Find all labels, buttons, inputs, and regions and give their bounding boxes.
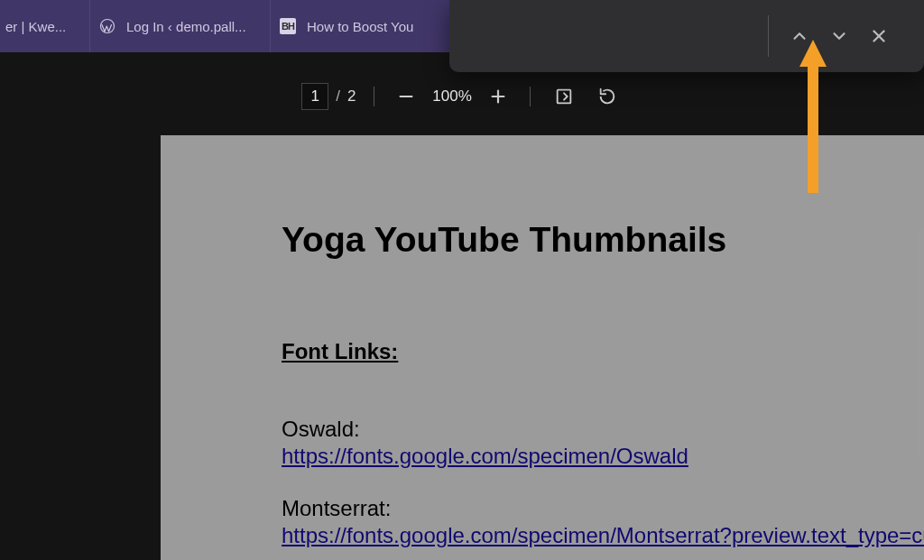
section-heading: Font Links: — [282, 339, 924, 364]
tab-label: er | Kwe... — [5, 19, 66, 34]
browser-tab[interactable]: Log In ‹ demo.pall... — [90, 0, 271, 52]
zoom-group: 100% — [393, 83, 511, 110]
font-link[interactable]: https://fonts.google.com/specimen/Montse… — [282, 523, 924, 548]
browser-tab[interactable]: BH How to Boost You — [271, 0, 451, 52]
page-total: 2 — [347, 87, 356, 106]
tools-group — [549, 81, 623, 112]
toolbar-separator — [530, 87, 531, 106]
find-separator — [768, 15, 769, 57]
page-number-input[interactable]: 1 — [301, 83, 328, 110]
zoom-out-button[interactable] — [393, 83, 420, 110]
find-previous-button[interactable] — [780, 16, 819, 56]
pdf-page: Yoga YouTube Thumbnails Font Links: Oswa… — [161, 135, 924, 560]
wordpress-icon — [99, 18, 116, 34]
toolbar-separator — [374, 87, 374, 106]
find-next-button[interactable] — [819, 16, 859, 56]
tab-label: How to Boost You — [307, 19, 413, 34]
site-icon: BH — [280, 18, 296, 34]
fit-page-button[interactable] — [549, 81, 579, 112]
svg-rect-4 — [558, 90, 571, 104]
zoom-percent: 100% — [432, 87, 471, 106]
page-indicator-group: 1 / 2 — [301, 83, 356, 110]
font-link[interactable]: https://fonts.google.com/specimen/Oswald — [282, 444, 924, 469]
pdf-toolbar: 1 / 2 100% — [0, 74, 924, 119]
browser-tab[interactable]: er | Kwe... — [0, 0, 90, 52]
find-close-button[interactable] — [859, 16, 899, 56]
rotate-button[interactable] — [592, 81, 623, 112]
document-title: Yoga YouTube Thumbnails — [282, 220, 924, 260]
font-name-label: Oswald: — [282, 417, 924, 442]
tab-label: Log In ‹ demo.pall... — [126, 19, 246, 34]
find-in-page-popup — [449, 0, 924, 72]
font-name-label: Montserrat: — [282, 496, 924, 521]
page-separator: / — [336, 87, 340, 106]
zoom-in-button[interactable] — [485, 83, 512, 110]
